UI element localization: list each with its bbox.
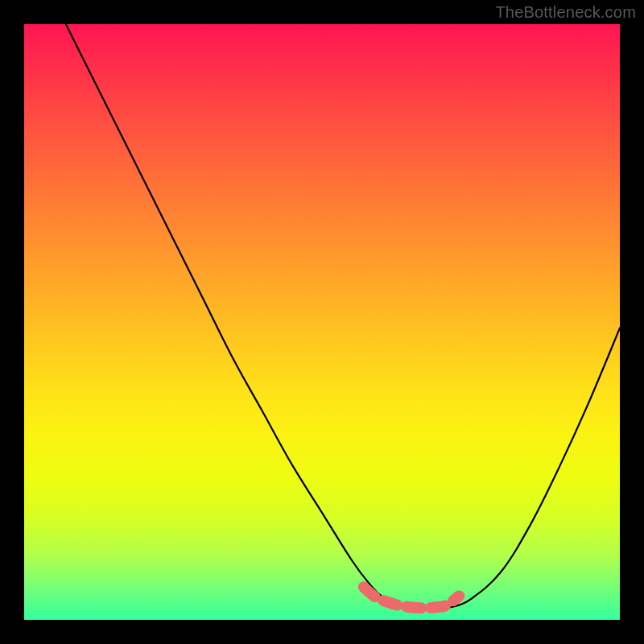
bottleneck-curve	[66, 24, 620, 608]
watermark-text: TheBottleneck.com	[495, 3, 636, 22]
curve-layer	[24, 24, 620, 620]
plot-area	[24, 24, 620, 620]
optimal-band-marker	[364, 587, 459, 608]
chart-frame: TheBottleneck.com	[0, 0, 644, 644]
